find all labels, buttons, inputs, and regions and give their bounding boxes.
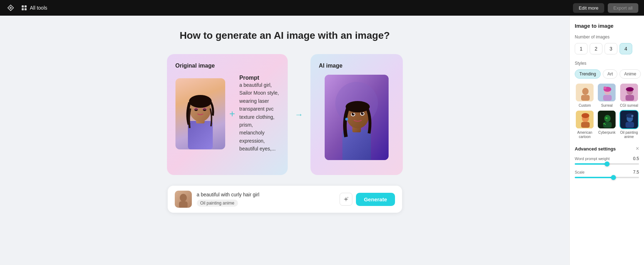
svg-rect-48	[606, 117, 607, 119]
style-item-american[interactable]: American cartoon	[575, 110, 595, 139]
advanced-title: Advanced settings	[575, 146, 616, 152]
scale-label-row: Scale 7.5	[575, 170, 639, 175]
svg-rect-51	[626, 122, 634, 128]
word-prompt-slider[interactable]	[575, 163, 639, 165]
num-btn-3[interactable]: 3	[605, 43, 617, 54]
panel-title: Image to image	[575, 23, 639, 29]
scale-thumb[interactable]	[611, 175, 616, 180]
svg-point-17	[346, 101, 370, 112]
scale-section: Scale 7.5	[575, 170, 639, 178]
num-btn-2[interactable]: 2	[590, 43, 602, 54]
edit-more-button[interactable]: Edit more	[573, 3, 604, 13]
style-label-cgi: CGI surreal	[620, 104, 638, 108]
bottom-bar: a beautiful with curly hair girl Oil pai…	[168, 186, 402, 213]
page-title: How to generate an AI image with an imag…	[180, 30, 390, 41]
style-item-cyberpunk[interactable]: Cyberpunk	[597, 110, 617, 139]
svg-point-22	[353, 113, 354, 114]
style-label-cyberpunk: Cyberpunk	[598, 131, 615, 135]
advanced-close-icon[interactable]: ×	[636, 145, 639, 152]
style-img-american	[575, 110, 594, 129]
style-item-custom[interactable]: Custom	[575, 83, 595, 108]
word-prompt-value: 0.5	[633, 156, 639, 161]
center-content: How to generate an AI image with an imag…	[0, 16, 569, 265]
scale-slider[interactable]	[575, 177, 639, 178]
svg-point-28	[347, 197, 348, 198]
svg-rect-47	[603, 122, 612, 128]
tab-anime[interactable]: Anime	[619, 69, 641, 79]
styles-grid: Custom Surreal	[575, 83, 639, 139]
ai-image-card: AI image	[310, 54, 403, 175]
svg-rect-1	[25, 5, 27, 7]
all-tools-link[interactable]: All tools	[21, 5, 47, 11]
sparkle-button[interactable]	[340, 193, 352, 206]
advanced-header: Advanced settings ×	[575, 145, 639, 152]
topnav-actions: Edit more Export all	[573, 3, 638, 13]
styles-tabs: Trending Art Anime	[575, 69, 639, 79]
main-layout: How to generate an AI image with an imag…	[0, 16, 644, 265]
original-inner: + Prompt a beautiful girl, Sailor Moon s…	[175, 75, 279, 153]
svg-rect-3	[25, 8, 27, 10]
num-btn-4[interactable]: 4	[619, 43, 632, 54]
svg-point-36	[604, 86, 606, 89]
bottom-prompt: a beautiful with curly hair girl	[197, 192, 335, 197]
ai-photo	[325, 75, 389, 160]
prompt-section: Prompt a beautiful girl, Sailor Moon sty…	[239, 75, 279, 153]
style-item-oil[interactable]: Oil painting anime	[619, 110, 639, 139]
scale-value: 7.5	[633, 170, 639, 175]
num-btn-1[interactable]: 1	[575, 43, 588, 54]
svg-point-44	[581, 113, 589, 118]
svg-point-26	[180, 194, 187, 202]
svg-rect-39	[626, 95, 634, 101]
svg-point-10	[194, 108, 199, 110]
styles-label: Styles	[575, 61, 639, 66]
word-prompt-label-row: Word prompt weight 0.5	[575, 156, 639, 161]
scale-label: Scale	[575, 170, 585, 174]
style-item-cgi[interactable]: CGI surreal	[619, 83, 639, 108]
style-label-surreal: Surreal	[601, 104, 612, 108]
word-prompt-label: Word prompt weight	[575, 157, 610, 161]
tab-art[interactable]: Art	[603, 69, 617, 79]
style-item-surreal[interactable]: Surreal	[597, 83, 617, 108]
style-label-custom: Custom	[579, 104, 591, 108]
bottom-actions: Generate	[340, 193, 395, 206]
svg-rect-34	[603, 95, 612, 101]
word-prompt-thumb[interactable]	[605, 161, 610, 166]
generate-button[interactable]: Generate	[356, 193, 395, 206]
bottom-tag: Oil painting anime	[197, 200, 238, 207]
all-tools-label: All tools	[30, 5, 47, 11]
word-prompt-weight-section: Word prompt weight 0.5	[575, 156, 639, 165]
original-photo	[175, 78, 225, 149]
style-img-oil	[619, 110, 639, 129]
style-label-oil: Oil painting anime	[619, 131, 639, 139]
style-img-cgi	[619, 83, 639, 102]
svg-rect-27	[179, 201, 188, 208]
svg-rect-31	[581, 95, 590, 101]
image-flow: Original image	[167, 54, 403, 175]
right-panel: Image to image Number of images 1 2 3 4 …	[569, 16, 644, 265]
style-img-surreal	[597, 83, 616, 102]
prompt-label: Prompt	[239, 75, 279, 81]
svg-point-23	[362, 112, 363, 113]
svg-point-24	[345, 118, 348, 121]
style-img-custom	[575, 83, 594, 102]
svg-point-11	[202, 108, 207, 110]
num-images-row: 1 2 3 4	[575, 43, 639, 54]
bottom-thumbnail	[175, 191, 192, 208]
brand-logo	[6, 3, 16, 13]
svg-point-7	[189, 95, 212, 108]
word-prompt-fill	[575, 163, 607, 165]
svg-point-53	[631, 115, 633, 117]
prompt-text: a beautiful girl, Sailor Moon style, wea…	[239, 81, 279, 153]
num-images-label: Number of images	[575, 35, 639, 39]
style-label-american: American cartoon	[575, 131, 595, 139]
tab-trending[interactable]: Trending	[575, 69, 601, 79]
plus-icon: +	[229, 108, 235, 120]
original-prompt-card: Original image	[167, 54, 288, 175]
export-all-button: Export all	[608, 3, 638, 13]
svg-point-30	[582, 88, 589, 95]
svg-rect-4	[188, 121, 213, 149]
svg-point-40	[626, 87, 634, 91]
topnav: All tools Edit more Export all	[0, 0, 644, 16]
svg-rect-0	[22, 5, 24, 7]
svg-rect-2	[22, 8, 24, 10]
